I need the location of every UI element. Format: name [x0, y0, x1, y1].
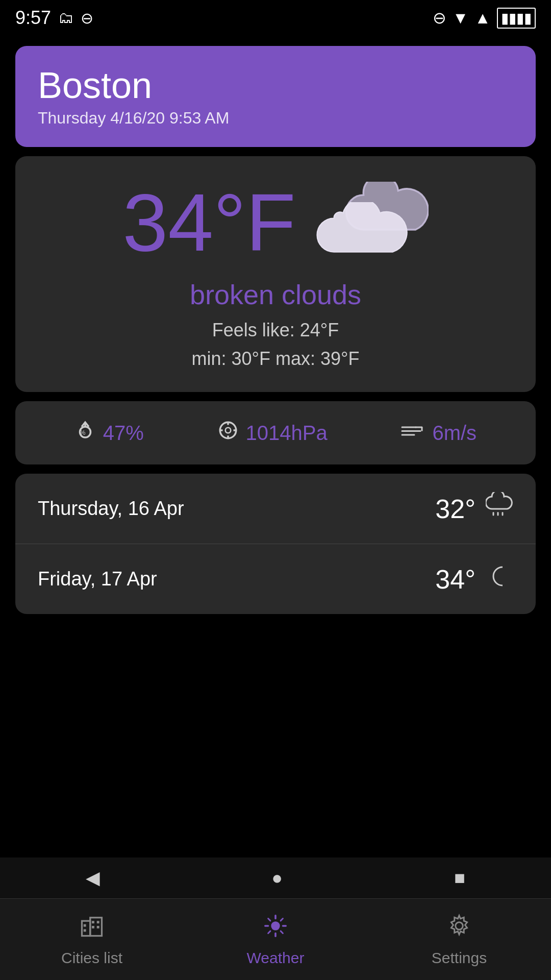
forecast-row-1: Thursday, 16 Apr 32° — [15, 474, 536, 544]
nav-item-weather[interactable]: Weather — [184, 913, 367, 967]
humidity-icon: % — [74, 420, 96, 446]
home-button[interactable]: ● — [271, 867, 283, 889]
wind-value: 6m/s — [432, 422, 477, 445]
header-card: Boston Thursday 4/16/20 9:53 AM — [15, 46, 536, 147]
pressure-icon — [217, 420, 239, 446]
cities-list-label: Cities list — [61, 949, 122, 967]
weather-main-card: 34°F broken clouds Feels like: 24°F min:… — [15, 156, 536, 392]
main-content: Boston Thursday 4/16/20 9:53 AM 34°F bro… — [0, 36, 551, 624]
svg-rect-22 — [92, 926, 94, 928]
svg-rect-18 — [84, 924, 86, 926]
svg-line-30 — [281, 931, 283, 933]
forecast-temp-2: 34° — [435, 564, 475, 595]
back-button[interactable]: ◀ — [86, 867, 100, 889]
nav-item-cities[interactable]: Cities list — [0, 913, 184, 967]
forecast-date-2: Friday, 17 Apr — [38, 568, 157, 590]
svg-rect-21 — [97, 921, 99, 923]
settings-label: Settings — [432, 949, 487, 967]
pressure-stat: 1014hPa — [217, 420, 328, 446]
weather-condition: broken clouds — [38, 279, 513, 310]
forecast-right-1: 32° — [435, 492, 513, 525]
feels-like: Feels like: 24°F — [38, 320, 513, 341]
snow-cloud-icon — [486, 492, 513, 525]
forecast-temp-1: 32° — [435, 494, 475, 524]
forecast-card: Thursday, 16 Apr 32° Friday, 17 Apr 34° — [15, 474, 536, 614]
city-icon — [79, 913, 105, 945]
humidity-stat: % 47% — [74, 420, 144, 446]
cloud-front-icon — [316, 202, 408, 263]
wind-stat: 6m/s — [400, 420, 477, 446]
city-datetime: Thursday 4/16/20 9:53 AM — [38, 109, 513, 128]
weather-top-row: 34°F — [38, 182, 513, 263]
do-not-disturb-status-icon: ⊖ — [433, 8, 446, 28]
recent-button[interactable]: ■ — [454, 867, 465, 889]
sim-card-icon: 🗂 — [58, 9, 73, 27]
do-not-disturb-icon: ⊖ — [81, 9, 93, 27]
humidity-value: 47% — [103, 422, 144, 445]
night-moon-icon — [486, 562, 513, 596]
svg-line-29 — [268, 918, 270, 920]
stats-card: % 47% 1014hPa — [15, 401, 536, 464]
nav-item-settings[interactable]: Settings — [367, 913, 551, 967]
city-name: Boston — [38, 65, 513, 106]
wind-icon — [400, 420, 425, 446]
svg-point-33 — [456, 922, 463, 929]
weather-nav-icon — [262, 913, 289, 945]
status-icons: ⊖ ▼ ▲ ▮▮▮▮ — [433, 8, 536, 29]
battery-icon: ▮▮▮▮ — [497, 8, 536, 29]
svg-point-3 — [225, 428, 231, 433]
status-time: 9:57 — [15, 7, 51, 29]
forecast-date-1: Thursday, 16 Apr — [38, 498, 184, 520]
wifi-icon: ▼ — [453, 9, 469, 28]
min-max: min: 30°F max: 39°F — [38, 348, 513, 370]
svg-rect-16 — [82, 921, 90, 936]
cloud-icon — [316, 182, 429, 263]
forecast-row-2: Friday, 17 Apr 34° — [15, 544, 536, 614]
system-nav: ◀ ● ■ — [0, 857, 551, 898]
status-bar: 9:57 🗂 ⊖ ⊖ ▼ ▲ ▮▮▮▮ — [0, 0, 551, 36]
svg-rect-23 — [97, 926, 99, 928]
svg-line-31 — [281, 918, 283, 920]
signal-icon: ▲ — [474, 9, 491, 28]
svg-point-24 — [271, 921, 280, 930]
svg-rect-19 — [84, 929, 86, 932]
svg-text:%: % — [80, 429, 85, 436]
pressure-value: 1014hPa — [246, 422, 328, 445]
forecast-right-2: 34° — [435, 562, 513, 596]
bottom-navigation: Cities list Weather Setti — [0, 898, 551, 980]
settings-icon — [446, 913, 472, 945]
svg-line-32 — [268, 931, 270, 933]
temperature-display: 34°F — [122, 182, 296, 263]
weather-nav-label: Weather — [247, 949, 305, 967]
status-time-area: 9:57 🗂 ⊖ — [15, 7, 93, 29]
svg-rect-20 — [92, 921, 94, 923]
